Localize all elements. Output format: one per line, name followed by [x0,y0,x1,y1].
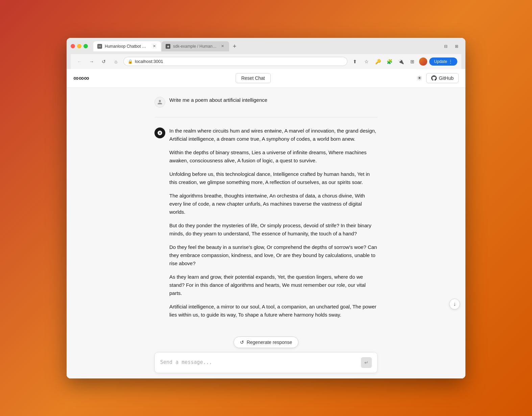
update-label: Update [434,59,447,64]
window-icon-2[interactable]: ⊞ [452,42,461,51]
new-tab-button[interactable]: + [230,42,239,51]
regenerate-label: Regenerate response [247,340,292,345]
user-message: Write me a poem about artificial intelli… [154,96,378,108]
message-input[interactable] [160,359,358,366]
tab-inactive[interactable]: ◈ sdk-example / Humanloop ✕ [162,41,229,51]
update-chevron-icon: ⋮ [449,59,453,64]
theme-toggle-button[interactable]: ☀ [417,74,422,82]
ai-avatar [154,128,165,138]
address-bar[interactable]: 🔒 localhost:3001 [123,57,347,66]
tab-active[interactable]: H Humanloop Chatbot Stater ✕ [93,41,161,51]
traffic-lights [71,44,88,48]
chat-messages: Write me a poem about artificial intelli… [148,96,384,319]
github-icon [431,75,437,81]
browser-window: H Humanloop Chatbot Stater ✕ ◈ sdk-examp… [67,38,465,378]
input-box: ↵ [154,352,378,373]
reload-icon: ↺ [102,59,106,64]
app-logo: ∞∞∞ [73,74,89,83]
scroll-down-button[interactable]: ↓ [449,299,460,309]
forward-icon: → [89,59,94,64]
sidebar-icon[interactable]: ⊞ [408,57,417,66]
github-button[interactable]: GitHub [426,73,459,83]
chat-area[interactable]: Write me a poem about artificial intelli… [67,88,465,337]
browser-titlebar: H Humanloop Chatbot Stater ✕ ◈ sdk-examp… [67,38,465,69]
reset-chat-button[interactable]: Reset Chat [236,73,271,83]
bookmark-icon[interactable]: ☆ [362,57,371,66]
browser-tabs: H Humanloop Chatbot Stater ✕ ◈ sdk-examp… [93,41,438,51]
ai-message-text: In the realm where circuits hum and wire… [169,127,378,319]
back-button[interactable]: ← [75,57,84,66]
chat-bottom: ↺ Regenerate response ↵ [67,337,465,378]
ai-message-content: In the realm where circuits hum and wire… [169,127,378,319]
update-button[interactable]: Update ⋮ [429,57,457,66]
profile-avatar[interactable] [419,57,427,66]
user-message-text: Write me a poem about artificial intelli… [169,96,378,104]
ai-para-3: Unfolding before us, this technological … [169,170,378,186]
logo-icon: ∞∞∞ [73,74,89,83]
ai-para-5: But do they ponder the mysteries of life… [169,222,378,238]
ai-message: In the realm where circuits hum and wire… [154,127,378,319]
github-label: GitHub [439,75,454,81]
url-text: localhost:3001 [135,59,343,64]
password-icon[interactable]: 🔑 [373,57,383,66]
tab-favicon-2: ◈ [166,44,170,49]
send-icon: ↵ [364,360,368,365]
ai-para-1: In the realm where circuits hum and wire… [169,127,378,143]
ai-para-4: The algorithms breathe, thoughts intertw… [169,192,378,216]
home-button[interactable]: ⌂ [111,57,121,66]
browser-toolbar: ← → ↺ ⌂ 🔒 localhost:3001 ⬆ ☆ 🔑 🧩 🔌 ⊞ [71,54,461,69]
user-avatar [154,97,165,108]
header-center: Reset Chat [236,73,271,83]
ai-para-6: Do they feel the beauty in a sunrise's g… [169,243,378,268]
tab-close-2[interactable]: ✕ [220,44,225,49]
tab-label-1: Humanloop Chatbot Stater [105,44,149,49]
regenerate-button[interactable]: ↺ Regenerate response [234,337,299,348]
tab-favicon-1: H [97,44,102,49]
regenerate-icon: ↺ [240,340,244,345]
ai-para-8: Artificial intelligence, a mirror to our… [169,303,378,319]
minimize-traffic-light[interactable] [77,44,81,48]
send-button[interactable]: ↵ [361,357,372,368]
close-traffic-light[interactable] [71,44,75,48]
message-divider [154,117,378,117]
puzzle-icon[interactable]: 🔌 [396,57,406,66]
ai-para-2: Within the depths of binary streams, Lie… [169,148,378,165]
maximize-traffic-light[interactable] [83,44,88,48]
header-right: ☀ GitHub [417,73,459,83]
ai-para-7: As they learn and grow, their potential … [169,273,378,297]
tab-label-2: sdk-example / Humanloop [173,44,217,49]
reload-button[interactable]: ↺ [99,57,108,66]
user-message-content: Write me a poem about artificial intelli… [169,96,378,108]
browser-controls: H Humanloop Chatbot Stater ✕ ◈ sdk-examp… [71,41,461,51]
scroll-down-icon: ↓ [453,301,456,307]
ai-icon [157,130,163,136]
window-icon-1[interactable]: ⊟ [441,42,451,51]
app-container: ∞∞∞ Reset Chat ☀ GitHub [67,69,465,378]
back-icon: ← [77,59,82,64]
tab-close-1[interactable]: ✕ [151,44,157,49]
regenerate-container: ↺ Regenerate response [67,337,465,348]
share-icon[interactable]: ⬆ [350,57,360,66]
user-icon [157,99,163,105]
extensions-icon[interactable]: 🧩 [385,57,394,66]
forward-button[interactable]: → [87,57,96,66]
home-icon: ⌂ [115,59,117,64]
toolbar-actions: ⬆ ☆ 🔑 🧩 🔌 ⊞ Update ⋮ [350,57,457,66]
app-header: ∞∞∞ Reset Chat ☀ GitHub [67,69,465,88]
input-area: ↵ [148,352,384,373]
lock-icon: 🔒 [128,59,133,64]
